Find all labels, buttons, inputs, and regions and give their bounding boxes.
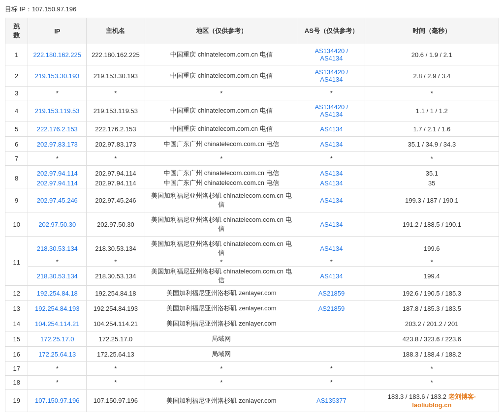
ip-link[interactable]: 219.153.119.53 xyxy=(35,107,79,115)
hop-number: 7 xyxy=(5,152,28,166)
hop-number: 6 xyxy=(5,137,28,152)
table-header-row: 跳数IP主机名地区（仅供参考）AS号（仅供参考）时间（毫秒） xyxy=(5,18,499,44)
ip-link[interactable]: 202.97.50.30 xyxy=(38,221,76,228)
hop-number: 3 xyxy=(5,87,28,100)
watermark: 老刘博客-laoliublog.cn xyxy=(412,393,476,409)
as-link[interactable]: AS134420 / AS4134 xyxy=(315,103,348,118)
as-link[interactable]: AS4134 xyxy=(320,141,343,148)
table-row: 3***** xyxy=(5,87,499,100)
ip-link[interactable]: 222.176.2.153 xyxy=(37,125,78,133)
as-link[interactable]: AS4134 xyxy=(320,221,343,228)
table-row: 1222.180.162.225222.180.162.225中国重庆 chin… xyxy=(5,44,499,65)
traceroute-table: 跳数IP主机名地区（仅供参考）AS号（仅供参考）时间（毫秒） 1222.180.… xyxy=(5,18,499,412)
table-row: 218.30.53.134218.30.53.134美国加利福尼亚州洛杉矶 ch… xyxy=(5,267,499,286)
ip-link[interactable]: 192.254.84.193 xyxy=(35,305,79,312)
table-row: 16172.25.64.13172.25.64.13局域网188.3 / 188… xyxy=(5,347,499,362)
as-link[interactable]: AS4134 xyxy=(320,170,343,177)
table-row: 13192.254.84.193192.254.84.193美国加利福尼亚州洛杉… xyxy=(5,301,499,316)
hop-number: 16 xyxy=(5,347,28,362)
hop-number: 4 xyxy=(5,100,28,121)
table-row: 2219.153.30.193219.153.30.193中国重庆 chinat… xyxy=(5,65,499,87)
ip-link[interactable]: 219.153.30.193 xyxy=(35,72,79,80)
hop-number: 19 xyxy=(5,390,28,412)
column-header: 地区（仅供参考） xyxy=(145,18,298,44)
as-link[interactable]: AS21859 xyxy=(318,305,345,312)
ip-link[interactable]: 202.97.94.114 xyxy=(37,180,78,187)
column-header: IP xyxy=(28,18,87,44)
ip-link[interactable]: 218.30.53.134 xyxy=(37,272,78,280)
hop-number: 13 xyxy=(5,301,28,316)
ip-link[interactable]: 218.30.53.134 xyxy=(37,245,78,252)
table-row: 5222.176.2.153222.176.2.153中国重庆 chinatel… xyxy=(5,121,499,137)
as-link[interactable]: AS21859 xyxy=(318,290,345,297)
hop-number: 12 xyxy=(5,286,28,301)
table-row: 202.97.94.114202.97.94.114中国广东广州 chinate… xyxy=(5,178,499,188)
hop-number: 9 xyxy=(5,188,28,212)
table-row: 6202.97.83.173202.97.83.173中国广东广州 chinat… xyxy=(5,137,499,152)
ip-link[interactable]: 202.97.94.114 xyxy=(37,170,78,177)
table-row: 18***** xyxy=(5,376,499,390)
hop-number: 11 xyxy=(5,237,28,286)
table-row: 15172.25.17.0172.25.17.0局域网423.8 / 323.6… xyxy=(5,331,499,347)
column-header: 跳数 xyxy=(5,18,28,44)
table-row: 14104.254.114.21104.254.114.21美国加利福尼亚州洛杉… xyxy=(5,316,499,331)
as-link[interactable]: AS4134 xyxy=(320,197,343,204)
table-row: ***** xyxy=(5,258,499,267)
ip-link[interactable]: 107.150.97.196 xyxy=(35,397,79,404)
ip-link[interactable]: 202.97.83.173 xyxy=(37,141,78,148)
table-row: 11218.30.53.134218.30.53.134美国加利福尼亚州洛杉矶 … xyxy=(5,237,499,258)
hop-number: 2 xyxy=(5,65,28,87)
table-row: 4219.153.119.53219.153.119.53中国重庆 chinat… xyxy=(5,100,499,121)
target-ip: 目标 IP：107.150.97.196 xyxy=(5,5,499,14)
table-row: 9202.97.45.246202.97.45.246美国加利福尼亚州洛杉矶 c… xyxy=(5,188,499,212)
table-row: 10202.97.50.30202.97.50.30美国加利福尼亚州洛杉矶 ch… xyxy=(5,212,499,237)
table-row: 12192.254.84.18192.254.84.18美国加利福尼亚州洛杉矶 … xyxy=(5,286,499,301)
column-header: 时间（毫秒） xyxy=(365,18,499,44)
as-link[interactable]: AS134420 / AS4134 xyxy=(315,68,348,83)
ip-link[interactable]: 172.25.17.0 xyxy=(40,335,74,343)
as-link[interactable]: AS134420 / AS4134 xyxy=(315,47,348,62)
as-link[interactable]: AS4134 xyxy=(320,125,343,133)
ip-link[interactable]: 202.97.45.246 xyxy=(37,197,78,204)
as-link[interactable]: AS135377 xyxy=(316,397,346,404)
ip-link[interactable]: 192.254.84.18 xyxy=(37,290,78,297)
as-link[interactable]: AS4134 xyxy=(320,245,343,252)
hop-number: 18 xyxy=(5,376,28,390)
as-link[interactable]: AS4134 xyxy=(320,180,343,187)
column-header: 主机名 xyxy=(87,18,145,44)
table-row: 7***** xyxy=(5,152,499,166)
hop-number: 14 xyxy=(5,316,28,331)
hop-number: 5 xyxy=(5,121,28,137)
ip-link[interactable]: 104.254.114.21 xyxy=(35,320,79,328)
hop-number: 10 xyxy=(5,212,28,237)
column-header: AS号（仅供参考） xyxy=(298,18,365,44)
table-row: 8202.97.94.114202.97.94.114中国广东广州 chinat… xyxy=(5,166,499,179)
hop-number: 15 xyxy=(5,331,28,347)
ip-link[interactable]: 222.180.162.225 xyxy=(33,51,81,59)
hop-number: 17 xyxy=(5,362,28,376)
table-row: 19107.150.97.196107.150.97.196美国加利福尼亚州洛杉… xyxy=(5,390,499,412)
as-link[interactable]: AS4134 xyxy=(320,272,343,280)
hop-number: 1 xyxy=(5,44,28,65)
table-row: 17***** xyxy=(5,362,499,376)
ip-link[interactable]: 172.25.64.13 xyxy=(38,351,76,358)
hop-number: 8 xyxy=(5,166,28,188)
